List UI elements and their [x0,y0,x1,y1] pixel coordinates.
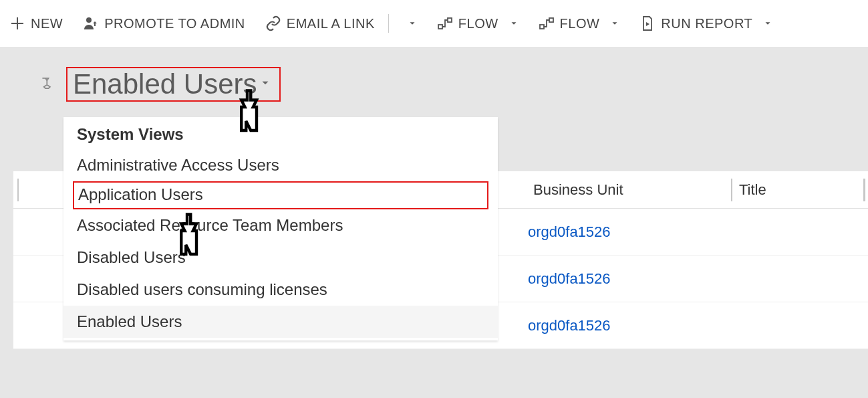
svg-rect-2 [448,18,452,22]
cell-business-unit[interactable]: orgd0fa1526 [528,223,611,241]
caret-down-icon [610,19,619,28]
view-option[interactable]: Administrative Access Users [63,149,498,181]
new-button[interactable]: NEW [9,15,63,31]
command-bar: NEW PROMOTE TO ADMIN EMAIL A LINK FLOW F… [0,0,868,47]
link-icon [265,15,281,31]
promote-label: PROMOTE TO ADMIN [104,16,245,31]
content-area: Enabled Users Business Unit Title orgd0f… [0,47,868,398]
view-option-enabled-users[interactable]: Enabled Users [63,306,498,338]
flow-label-2: FLOW [560,16,600,31]
view-option[interactable]: Disabled Users [63,241,498,274]
cell-business-unit[interactable]: orgd0fa1526 [528,317,611,334]
email-link-button[interactable]: EMAIL A LINK [265,15,375,31]
flow-icon [437,15,453,31]
separator [388,14,389,33]
report-icon [639,15,656,31]
flow-icon [539,15,555,31]
svg-rect-1 [438,25,442,29]
svg-point-0 [86,17,92,23]
flow-button-2[interactable]: FLOW [539,15,620,31]
run-report-button[interactable]: RUN REPORT [639,15,772,31]
column-header-title[interactable]: Title [739,181,846,199]
run-label: RUN REPORT [661,16,752,31]
new-label: NEW [31,16,63,31]
email-link-dropdown[interactable] [402,19,417,28]
user-promote-icon [83,15,99,31]
dropdown-section-header: System Views [63,121,498,149]
view-option-application-users[interactable]: Application Users [73,181,488,209]
view-selector[interactable]: Enabled Users [66,67,281,102]
cell-business-unit[interactable]: orgd0fa1526 [528,270,611,288]
view-heading-row: Enabled Users [37,67,868,102]
view-option[interactable]: Disabled users consuming licenses [63,274,498,306]
pin-icon[interactable] [37,76,54,93]
view-title: Enabled Users [73,68,257,100]
view-option[interactable]: Associated Resource Team Members [63,209,498,241]
column-header-bu[interactable]: Business Unit [533,181,727,199]
svg-rect-3 [540,25,544,29]
promote-button[interactable]: PROMOTE TO ADMIN [83,15,245,31]
view-dropdown: System Views Administrative Access Users… [63,117,498,340]
column-separator[interactable] [863,179,865,201]
column-separator[interactable] [17,179,19,201]
flow-label-1: FLOW [458,16,498,31]
svg-rect-4 [549,18,553,22]
plus-icon [9,15,25,31]
chevron-down-icon [259,77,271,92]
caret-down-icon [763,19,772,28]
flow-button-1[interactable]: FLOW [437,15,519,31]
caret-down-icon [509,19,519,28]
email-label: EMAIL A LINK [287,16,375,31]
caret-down-icon [408,19,417,28]
column-separator[interactable] [731,179,732,201]
